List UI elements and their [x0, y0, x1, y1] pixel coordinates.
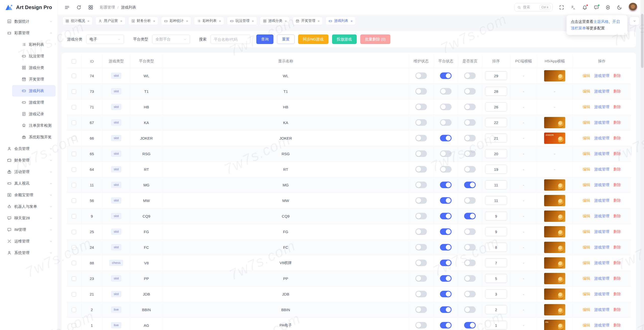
homepage-toggle[interactable]	[464, 104, 476, 110]
sort-input[interactable]	[485, 102, 507, 111]
homepage-toggle[interactable]	[464, 260, 476, 266]
chat-icon-button[interactable]	[594, 5, 599, 10]
app-logo[interactable]: Art Design Pro	[0, 0, 58, 15]
homepage-toggle[interactable]	[464, 88, 476, 95]
game-manage-link[interactable]: 游戏管理	[594, 89, 609, 93]
delete-link[interactable]: 删除	[613, 167, 621, 171]
sort-input[interactable]	[485, 290, 507, 299]
game-manage-link[interactable]: 游戏管理	[594, 245, 609, 249]
edit-link[interactable]: 编辑	[583, 136, 590, 140]
homepage-toggle[interactable]	[464, 135, 476, 141]
row-checkbox[interactable]	[72, 120, 76, 125]
platform-status-toggle[interactable]	[440, 104, 452, 110]
platform-status-toggle[interactable]	[440, 291, 452, 297]
maintenance-toggle[interactable]	[415, 213, 427, 219]
sidebar-item-活动管理[interactable]: 活动管理	[2, 166, 56, 178]
game-manage-link[interactable]: 游戏管理	[594, 167, 609, 171]
sidebar-item-数据统计[interactable]: 数据统计	[2, 16, 56, 27]
platform-status-toggle[interactable]	[440, 275, 452, 282]
platform-status-toggle[interactable]	[440, 260, 452, 266]
sort-input[interactable]	[485, 227, 507, 236]
maintenance-toggle[interactable]	[415, 166, 427, 173]
game-manage-link[interactable]: 游戏管理	[594, 323, 609, 327]
maintenance-toggle[interactable]	[415, 244, 427, 251]
edit-link[interactable]: 编辑	[583, 292, 590, 296]
tab-用户运营[interactable]: 用户运营×	[95, 17, 126, 25]
homepage-toggle[interactable]	[464, 291, 476, 297]
tab-close-icon[interactable]: ×	[153, 19, 155, 23]
tab-close-icon[interactable]: ×	[87, 19, 90, 23]
platform-search-input[interactable]	[211, 34, 250, 44]
homepage-toggle[interactable]	[464, 322, 476, 328]
platform-status-toggle[interactable]	[440, 166, 452, 173]
tab-财务分析[interactable]: 财务分析×	[128, 17, 158, 25]
homepage-toggle[interactable]	[464, 166, 476, 173]
row-checkbox[interactable]	[72, 136, 76, 141]
maintenance-toggle[interactable]	[415, 228, 427, 235]
game-manage-link[interactable]: 游戏管理	[594, 307, 609, 312]
platform-status-toggle[interactable]	[440, 322, 452, 328]
sidebar-item-游戏分类[interactable]: 游戏分类	[12, 62, 56, 73]
sidebar-item-运维管理[interactable]: 运维管理	[2, 235, 56, 247]
sort-input[interactable]	[485, 196, 507, 205]
sort-input[interactable]	[485, 87, 507, 96]
reset-button[interactable]: 重置	[277, 34, 295, 44]
game-manage-link[interactable]: 游戏管理	[594, 261, 609, 265]
platform-status-toggle[interactable]	[440, 119, 452, 126]
sidebar-item-游戏记录[interactable]: 游戏记录	[12, 108, 56, 120]
game-manage-link[interactable]: 游戏管理	[594, 73, 609, 78]
bell-icon-button[interactable]	[582, 5, 587, 10]
game-manage-link[interactable]: 游戏管理	[594, 214, 609, 218]
tab-游戏分类[interactable]: 游戏分类×	[260, 17, 290, 25]
sidebar-item-真人视讯[interactable]: 真人视讯	[2, 178, 56, 189]
maintenance-toggle[interactable]	[415, 119, 427, 126]
platform-select[interactable]: 全部平台	[152, 34, 190, 44]
edit-link[interactable]: 编辑	[583, 261, 590, 265]
edit-link[interactable]: 编辑	[583, 183, 590, 187]
tab-玩法管理[interactable]: 玩法管理×	[227, 17, 257, 25]
row-checkbox[interactable]	[72, 74, 76, 78]
delete-link[interactable]: 删除	[613, 214, 621, 218]
sort-input[interactable]	[485, 165, 507, 174]
tab-彩种列表[interactable]: 彩种列表×	[194, 17, 224, 25]
tab-close-icon[interactable]: ×	[120, 19, 123, 23]
game-manage-link[interactable]: 游戏管理	[594, 151, 609, 156]
sync-ng-games-button[interactable]: 同步NG游戏	[298, 34, 329, 44]
delete-link[interactable]: 删除	[613, 151, 621, 156]
row-checkbox[interactable]	[72, 198, 76, 203]
platform-status-toggle[interactable]	[440, 228, 452, 235]
fullscreen-icon-button[interactable]	[559, 5, 564, 10]
game-manage-link[interactable]: 游戏管理	[594, 136, 609, 140]
platform-status-toggle[interactable]	[440, 213, 452, 219]
refresh-button[interactable]	[76, 5, 82, 10]
row-checkbox[interactable]	[72, 152, 76, 156]
sidebar-item-IM管理[interactable]: IM管理	[2, 224, 56, 235]
edit-link[interactable]: 编辑	[583, 276, 590, 280]
sidebar-item-机器人与发单[interactable]: 机器人与发单	[2, 201, 56, 212]
homepage-toggle[interactable]	[464, 150, 476, 157]
select-all-checkbox[interactable]	[72, 59, 76, 64]
game-manage-link[interactable]: 游戏管理	[594, 292, 609, 296]
tab-close-icon[interactable]: ×	[350, 19, 353, 23]
homepage-toggle[interactable]	[464, 119, 476, 126]
game-manage-link[interactable]: 游戏管理	[594, 120, 609, 125]
maintenance-toggle[interactable]	[415, 306, 427, 313]
sidebar-item-玩法管理[interactable]: 玩法管理	[12, 50, 56, 62]
homepage-toggle[interactable]	[464, 244, 476, 251]
sidebar-item-注单异常检测[interactable]: 注单异常检测	[12, 120, 56, 131]
scrollbar-thumb[interactable]	[641, 14, 643, 68]
maintenance-toggle[interactable]	[415, 260, 427, 266]
sort-input[interactable]	[485, 71, 507, 80]
breadcrumb-parent[interactable]: 彩票管理	[100, 5, 115, 10]
game-manage-link[interactable]: 游戏管理	[594, 198, 609, 202]
delete-link[interactable]: 删除	[613, 307, 621, 312]
maintenance-toggle[interactable]	[415, 72, 427, 79]
sidebar-item-彩票管理[interactable]: 彩票管理	[2, 27, 56, 39]
tabs-collapse-button[interactable]	[629, 17, 639, 25]
tab-close-icon[interactable]: ×	[219, 19, 221, 23]
delete-link[interactable]: 删除	[613, 105, 621, 109]
tab-close-icon[interactable]: ×	[317, 19, 320, 23]
tab-close-icon[interactable]: ×	[186, 19, 188, 23]
page-scrollbar[interactable]	[640, 0, 644, 330]
platform-status-toggle[interactable]	[440, 197, 452, 204]
